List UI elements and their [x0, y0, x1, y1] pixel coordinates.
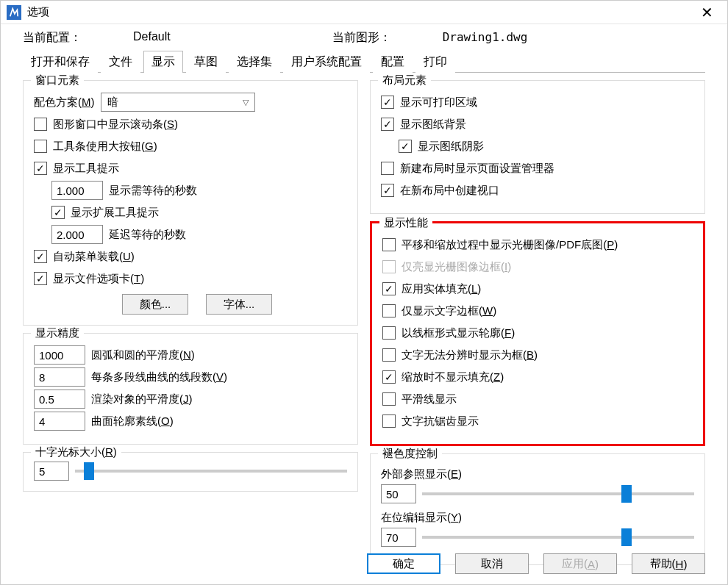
chk-show-paper-shadow[interactable] — [399, 140, 412, 153]
group-title: 布局元素 — [378, 73, 431, 87]
lbl-auto-menu-load: 自动菜单装载(U) — [53, 250, 135, 264]
slider-thumb[interactable] — [621, 485, 632, 503]
chk-create-viewport[interactable] — [381, 184, 394, 197]
chk-text-boundary[interactable] — [382, 304, 396, 317]
lbl-text-antialias: 文字抗锯齿显示 — [402, 414, 479, 428]
surface-contour-label: 曲面轮廓素线(O) — [91, 414, 174, 428]
current-config-value: Default — [133, 30, 171, 46]
inplace-fade-slider[interactable] — [422, 536, 694, 539]
lbl-text-boundary: 仅显示文字边框(W) — [402, 304, 496, 318]
tab-user-prefs[interactable]: 用户系统配置 — [283, 51, 370, 73]
render-smooth-label: 渲染对象的平滑度(J) — [91, 392, 193, 406]
tooltip-delay-input[interactable]: 1.000 — [51, 181, 103, 200]
options-dialog: 选项 ✕ 当前配置： Default 当前图形： Drawing1.dwg 打开… — [0, 0, 728, 585]
lbl-show-scrollbars: 图形窗口中显示滚动条(S) — [53, 118, 178, 132]
tab-open-save[interactable]: 打开和保存 — [23, 51, 98, 73]
group-layout-elements: 布局元素 显示可打印区域 显示图纸背景 显示图纸阴影 新建布局时显示页面设置管理… — [370, 80, 705, 214]
lbl-wireframe: 以线框形式显示轮廓(F) — [402, 326, 515, 340]
chk-show-printable[interactable] — [381, 96, 394, 109]
render-smooth-input[interactable]: 0.5 — [34, 390, 85, 409]
fonts-button[interactable]: 字体... — [206, 294, 272, 315]
ok-button[interactable]: 确定 — [367, 553, 440, 574]
close-button[interactable]: ✕ — [692, 4, 721, 21]
polyline-seg-input[interactable]: 8 — [34, 367, 85, 387]
polyline-seg-label: 每条多段线曲线的线段数(V) — [91, 370, 227, 384]
xref-fade-value[interactable]: 50 — [381, 484, 416, 503]
app-icon — [7, 5, 21, 20]
chk-page-setup-new[interactable] — [381, 162, 394, 175]
chk-show-paper-bg[interactable] — [381, 118, 394, 131]
chk-show-scrollbars[interactable] — [34, 118, 47, 131]
chk-smooth-line[interactable] — [382, 392, 396, 406]
tab-selection[interactable]: 选择集 — [229, 51, 280, 73]
group-title: 褪色度控制 — [378, 447, 442, 461]
current-drawing-value: Drawing1.dwg — [443, 30, 528, 46]
right-column: 布局元素 显示可打印区域 显示图纸背景 显示图纸阴影 新建布局时显示页面设置管理… — [370, 80, 705, 573]
chk-text-box[interactable] — [382, 348, 396, 362]
lbl-page-setup-new: 新建布局时显示页面设置管理器 — [400, 162, 554, 176]
arc-smooth-input[interactable]: 1000 — [34, 345, 85, 365]
current-drawing-label: 当前图形： — [332, 30, 391, 46]
group-title: 十字光标大小(R) — [31, 445, 121, 459]
xref-fade-slider[interactable] — [422, 492, 694, 495]
info-row: 当前配置： Default 当前图形： Drawing1.dwg — [1, 24, 727, 49]
apply-button[interactable]: 应用(A) — [543, 553, 617, 574]
lbl-show-paper-bg: 显示图纸背景 — [400, 118, 466, 132]
chk-wireframe[interactable] — [382, 326, 396, 340]
group-display-performance: 显示性能 平移和缩放过程中显示光栅图像/PDF底图(P) 仅亮显光栅图像边框(I… — [370, 221, 705, 446]
slider-thumb[interactable] — [621, 528, 632, 546]
lbl-text-box: 文字无法分辨时显示为框(B) — [402, 348, 538, 362]
chk-show-tooltips[interactable] — [34, 162, 47, 175]
chk-text-antialias[interactable] — [382, 414, 396, 428]
inplace-fade-label: 在位编辑显示(Y) — [381, 511, 694, 525]
ext-delay-label: 延迟等待的秒数 — [109, 228, 186, 242]
lbl-highlight-raster: 仅亮显光栅图像边框(I) — [402, 260, 511, 274]
group-title: 显示性能 — [379, 216, 432, 230]
lbl-show-printable: 显示可打印区域 — [400, 96, 477, 110]
chk-show-file-tabs[interactable] — [34, 272, 47, 285]
tab-profiles[interactable]: 配置 — [373, 51, 413, 73]
current-config-label: 当前配置： — [23, 30, 96, 46]
help-button[interactable]: 帮助(H) — [632, 553, 705, 574]
colorscheme-select[interactable]: 暗 ▽ — [101, 93, 255, 112]
chk-big-buttons[interactable] — [34, 140, 47, 153]
dialog-footer: 确定 取消 应用(A) 帮助(H) — [367, 553, 705, 574]
tab-files[interactable]: 文件 — [101, 51, 140, 73]
colorscheme-value: 暗 — [107, 96, 118, 110]
colorscheme-label: 配色方案(M) — [34, 96, 95, 110]
titlebar: 选项 ✕ — [1, 1, 727, 24]
tab-plot[interactable]: 打印 — [415, 51, 455, 73]
group-display-precision: 显示精度 1000 圆弧和圆的平滑度(N) 8 每条多段线曲线的线段数(V) 0… — [23, 333, 358, 445]
chk-no-fill-zoom[interactable] — [382, 370, 396, 384]
tab-drafting[interactable]: 草图 — [186, 51, 226, 73]
chk-auto-menu-load[interactable] — [34, 250, 47, 263]
dialog-title: 选项 — [27, 5, 49, 19]
chk-ext-tooltips[interactable] — [51, 206, 65, 219]
xref-fade-label: 外部参照显示(E) — [381, 467, 694, 481]
lbl-show-paper-shadow: 显示图纸阴影 — [418, 140, 484, 154]
colors-button[interactable]: 颜色... — [122, 294, 188, 315]
chk-highlight-raster — [382, 260, 396, 273]
chk-solid-fill[interactable] — [382, 282, 396, 295]
tab-display[interactable]: 显示 — [143, 51, 183, 73]
lbl-pan-zoom-raster: 平移和缩放过程中显示光栅图像/PDF底图(P) — [402, 238, 618, 252]
chk-pan-zoom-raster[interactable] — [382, 238, 396, 251]
group-crosshair: 十字光标大小(R) 5 — [23, 452, 358, 492]
crosshair-slider[interactable] — [75, 470, 347, 473]
group-title: 显示精度 — [31, 326, 84, 340]
cancel-button[interactable]: 取消 — [455, 553, 529, 574]
lbl-no-fill-zoom: 缩放时不显示填充(Z) — [402, 370, 504, 384]
lbl-ext-tooltips: 显示扩展工具提示 — [71, 206, 159, 220]
inplace-fade-value[interactable]: 70 — [381, 528, 416, 547]
lbl-big-buttons: 工具条使用大按钮(G) — [53, 140, 157, 154]
ext-delay-input[interactable]: 2.000 — [51, 225, 103, 244]
group-window-elements: 窗口元素 配色方案(M) 暗 ▽ 图形窗口中显示滚动条(S) 工具条使用大按钮(… — [23, 80, 358, 326]
lbl-solid-fill: 应用实体填充(L) — [402, 282, 481, 296]
surface-contour-input[interactable]: 4 — [34, 412, 85, 431]
slider-thumb[interactable] — [84, 462, 94, 480]
crosshair-value[interactable]: 5 — [34, 462, 69, 481]
arc-smooth-label: 圆弧和圆的平滑度(N) — [91, 348, 195, 362]
group-title: 窗口元素 — [31, 73, 84, 87]
lbl-smooth-line: 平滑线显示 — [402, 392, 457, 406]
lbl-show-file-tabs: 显示文件选项卡(T) — [53, 272, 144, 286]
